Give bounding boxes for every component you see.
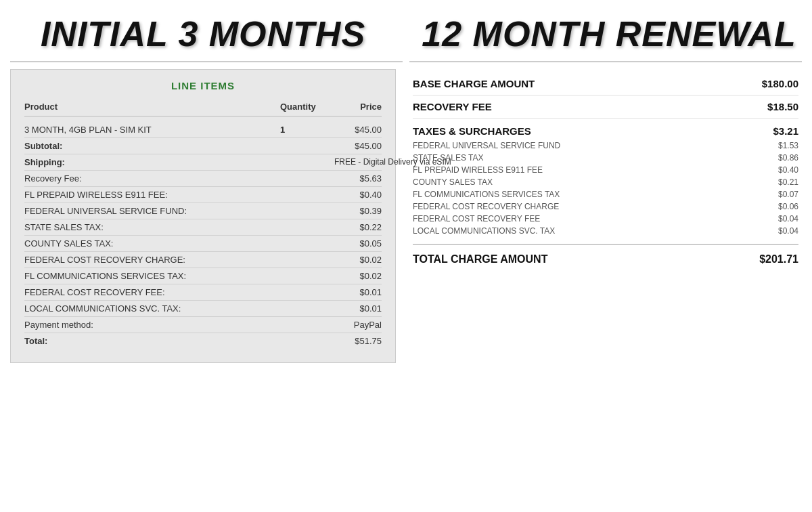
tax-line-row: FL PREPAID WIRELESS E911 FEE$0.40 — [413, 164, 798, 176]
initial-months-header: INITIAL 3 MONTHS — [41, 14, 365, 54]
tax-line-value: $0.86 — [778, 153, 798, 163]
line-item-price: $0.01 — [334, 303, 382, 314]
line-item-price: $45.00 — [334, 141, 382, 151]
line-item-qty — [280, 320, 334, 330]
line-item-qty — [280, 255, 334, 265]
left-panel: LINE ITEMS Product Quantity Price 3 MONT… — [0, 69, 406, 363]
line-item-row: COUNTY SALES TAX:$0.05 — [24, 236, 382, 252]
line-item-label: LOCAL COMMUNICATIONS SVC. TAX: — [24, 303, 280, 314]
line-item-price: $0.22 — [334, 222, 382, 232]
line-items-box: LINE ITEMS Product Quantity Price 3 MONT… — [10, 69, 396, 363]
taxes-header-row: TAXES & SURCHARGES $3.21 — [413, 123, 798, 140]
base-charge-row: BASE CHARGE AMOUNT $180.00 — [413, 72, 798, 95]
line-item-label: Shipping: — [24, 157, 280, 167]
tax-line-label: FEDERAL COST RECOVERY FEE — [413, 214, 540, 223]
line-item-label: Subtotal: — [24, 141, 280, 151]
line-item-row: Subtotal:$45.00 — [24, 138, 382, 154]
base-charge-label: BASE CHARGE AMOUNT — [413, 78, 535, 89]
line-item-qty — [280, 336, 334, 346]
taxes-header-value: $3.21 — [773, 125, 798, 137]
line-item-row: 3 MONTH, 4GB PLAN - SIM KIT1$45.00 — [24, 122, 382, 138]
line-item-row: Recovery Fee:$5.63 — [24, 171, 382, 187]
tax-line-row: COUNTY SALES TAX$0.21 — [413, 176, 798, 188]
recovery-fee-row: RECOVERY FEE $18.50 — [413, 95, 798, 119]
line-items-title: LINE ITEMS — [24, 80, 382, 91]
tax-line-row: FL COMMUNICATIONS SERVICES TAX$0.07 — [413, 188, 798, 200]
tax-line-row: FEDERAL UNIVERSAL SERVICE FUND$1.53 — [413, 140, 798, 152]
tax-line-value: $0.40 — [778, 165, 798, 175]
taxes-header-label: TAXES & SURCHARGES — [413, 125, 531, 137]
line-item-qty — [280, 287, 334, 297]
line-item-row: LOCAL COMMUNICATIONS SVC. TAX:$0.01 — [24, 301, 382, 317]
renewal-header: 12 MONTH RENEWAL — [422, 14, 796, 54]
right-panel: BASE CHARGE AMOUNT $180.00 RECOVERY FEE … — [406, 69, 812, 363]
line-item-label: Total: — [24, 336, 280, 346]
line-item-row: FL PREPAID WIRELESS E911 FEE:$0.40 — [24, 187, 382, 203]
line-items-rows: 3 MONTH, 4GB PLAN - SIM KIT1$45.00Subtot… — [24, 122, 382, 349]
total-label: TOTAL CHARGE AMOUNT — [413, 253, 547, 265]
line-item-qty — [280, 157, 334, 167]
line-item-price: $0.02 — [334, 255, 382, 265]
tax-line-value: $0.21 — [778, 177, 798, 187]
line-item-price: $5.63 — [334, 173, 382, 184]
tax-line-value: $0.07 — [778, 190, 798, 199]
tax-line-label: FEDERAL COST RECOVERY CHARGE — [413, 202, 559, 211]
tax-line-value: $0.04 — [778, 226, 798, 236]
tax-line-row: FEDERAL COST RECOVERY FEE$0.04 — [413, 213, 798, 225]
line-item-price: $0.39 — [334, 206, 382, 216]
line-item-qty: 1 — [280, 125, 334, 135]
line-item-price: $0.01 — [334, 287, 382, 297]
tax-line-label: LOCAL COMMUNICATIONS SVC. TAX — [413, 226, 555, 236]
col-header-price: Price — [334, 102, 382, 112]
line-item-qty — [280, 173, 334, 184]
line-item-price: $0.05 — [334, 238, 382, 249]
line-item-qty — [280, 141, 334, 151]
line-item-label: FEDERAL UNIVERSAL SERVICE FUND: — [24, 206, 280, 216]
line-item-row: Payment method:PayPal — [24, 317, 382, 333]
tax-line-label: COUNTY SALES TAX — [413, 177, 493, 187]
col-header-product: Product — [24, 102, 280, 112]
line-item-label: COUNTY SALES TAX: — [24, 238, 280, 249]
line-item-label: FEDERAL COST RECOVERY CHARGE: — [24, 255, 280, 265]
line-item-label: FL COMMUNICATIONS SERVICES TAX: — [24, 271, 280, 281]
line-item-qty — [280, 303, 334, 314]
line-item-label: Recovery Fee: — [24, 173, 280, 184]
line-item-label: Payment method: — [24, 320, 280, 330]
line-item-price: $45.00 — [334, 125, 382, 135]
line-item-row: Total:$51.75 — [24, 333, 382, 349]
base-charge-value: $180.00 — [762, 78, 798, 89]
tax-line-value: $0.06 — [778, 202, 798, 211]
line-item-qty — [280, 206, 334, 216]
total-row: TOTAL CHARGE AMOUNT $201.71 — [413, 244, 798, 270]
tax-line-row: STATE SALES TAX$0.86 — [413, 152, 798, 164]
tax-line-value: $0.04 — [778, 214, 798, 223]
tax-line-label: FL PREPAID WIRELESS E911 FEE — [413, 165, 543, 175]
line-item-row: Shipping:FREE - Digital Delivery via eSI… — [24, 154, 382, 171]
recovery-fee-label: RECOVERY FEE — [413, 101, 492, 112]
line-item-qty — [280, 238, 334, 249]
renewal-section: BASE CHARGE AMOUNT $180.00 RECOVERY FEE … — [413, 69, 798, 273]
tax-line-row: LOCAL COMMUNICATIONS SVC. TAX$0.04 — [413, 225, 798, 237]
tax-line-label: FL COMMUNICATIONS SERVICES TAX — [413, 190, 560, 199]
taxes-section: TAXES & SURCHARGES $3.21 FEDERAL UNIVERS… — [413, 119, 798, 237]
tax-line-label: FEDERAL UNIVERSAL SERVICE FUND — [413, 141, 560, 150]
line-item-price: PayPal — [334, 320, 382, 330]
tax-line-value: $1.53 — [778, 141, 798, 150]
line-item-label: STATE SALES TAX: — [24, 222, 280, 232]
line-item-row: STATE SALES TAX:$0.22 — [24, 219, 382, 236]
tax-lines-rows: FEDERAL UNIVERSAL SERVICE FUND$1.53STATE… — [413, 140, 798, 237]
total-value: $201.71 — [759, 253, 798, 265]
line-item-label: FL PREPAID WIRELESS E911 FEE: — [24, 190, 280, 200]
tax-line-row: FEDERAL COST RECOVERY CHARGE$0.06 — [413, 200, 798, 213]
line-item-label: 3 MONTH, 4GB PLAN - SIM KIT — [24, 125, 280, 135]
line-item-row: FEDERAL UNIVERSAL SERVICE FUND:$0.39 — [24, 203, 382, 219]
recovery-fee-value: $18.50 — [767, 101, 798, 112]
line-item-row: FEDERAL COST RECOVERY FEE:$0.01 — [24, 284, 382, 301]
line-item-price: $51.75 — [334, 336, 382, 346]
line-item-row: FEDERAL COST RECOVERY CHARGE:$0.02 — [24, 252, 382, 268]
col-header-quantity: Quantity — [280, 102, 334, 112]
tax-line-label: STATE SALES TAX — [413, 153, 483, 163]
line-item-price: $0.40 — [334, 190, 382, 200]
line-item-qty — [280, 271, 334, 281]
line-item-qty — [280, 222, 334, 232]
